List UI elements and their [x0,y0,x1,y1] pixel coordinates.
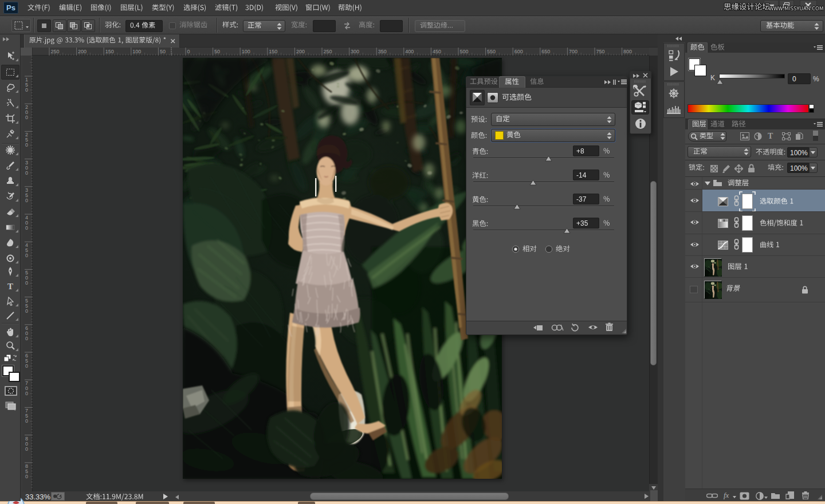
svg-text:100: 100 [242,49,250,54]
svg-text:250: 250 [51,49,60,54]
svg-text:100: 100 [132,49,141,54]
svg-text:0: 0 [25,418,28,424]
svg-text:0: 0 [25,474,28,479]
svg-text:450: 450 [433,49,441,54]
svg-text:0: 0 [25,446,28,452]
svg-text:0: 0 [25,336,28,341]
svg-text:150: 150 [269,49,277,54]
svg-text:400: 400 [405,49,414,54]
svg-text:50: 50 [160,49,166,54]
svg-text:0: 0 [187,49,190,54]
svg-text:500: 500 [460,49,469,54]
svg-text:0: 0 [25,87,28,93]
svg-text:150: 150 [105,49,114,54]
svg-text:0: 0 [25,280,28,286]
svg-text:750: 750 [596,49,605,54]
svg-text:550: 550 [487,49,496,54]
svg-text:600: 600 [514,49,523,54]
svg-text:0: 0 [25,115,28,120]
svg-text:50: 50 [214,49,220,54]
svg-text:0: 0 [25,308,28,314]
svg-text:700: 700 [569,49,578,54]
svg-text:0: 0 [25,170,28,176]
svg-text:650: 650 [541,49,550,54]
svg-text:250: 250 [324,49,332,54]
svg-text:350: 350 [378,49,387,54]
svg-text:0: 0 [25,363,28,369]
svg-text:300: 300 [351,49,359,54]
svg-text:200: 200 [296,49,305,54]
svg-text:0: 0 [25,142,28,148]
svg-text:800: 800 [623,49,632,54]
svg-text:0: 0 [25,253,28,258]
svg-text:0: 0 [25,225,28,231]
svg-text:0: 0 [25,198,28,203]
svg-text:200: 200 [78,49,87,54]
svg-text:0: 0 [25,391,28,396]
svg-text:T: T [7,282,13,291]
